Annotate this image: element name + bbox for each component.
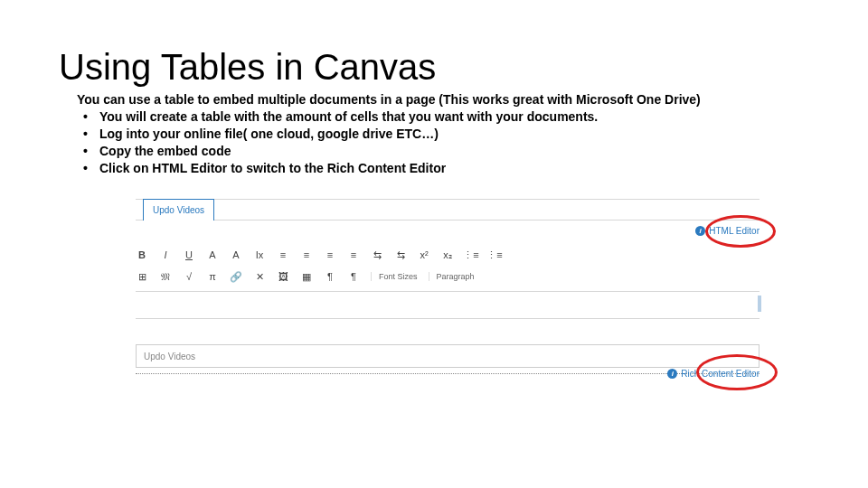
italic-icon[interactable]: I: [159, 249, 172, 261]
description: You can use a table to embed multiple do…: [77, 92, 701, 107]
align-center-icon[interactable]: ≡: [300, 249, 313, 261]
number-list-icon[interactable]: ⋮≡: [488, 249, 501, 261]
tab-updo-videos[interactable]: Updo Videos: [143, 199, 214, 221]
bg-color-icon[interactable]: A: [230, 249, 242, 261]
info-icon: i: [695, 226, 705, 236]
font-size-select[interactable]: Font Sizes: [371, 272, 418, 281]
list-item: You will create a table with the amount …: [80, 108, 598, 126]
embed-icon[interactable]: 𝔐: [159, 270, 172, 283]
toolbar-row-2: ⊞ 𝔐 √ π 🔗 ✕ 🖼 ▦ ¶ ¶ Font Sizes Paragraph: [136, 267, 760, 286]
unlink-icon[interactable]: ✕: [253, 270, 266, 283]
clear-format-icon[interactable]: Ix: [253, 249, 266, 261]
toolbar-row-1: B I U A A Ix ≡ ≡ ≡ ≡ ⇆ ⇆ x² x₂ ⋮≡ ⋮≡: [136, 246, 760, 264]
bold-icon[interactable]: B: [136, 249, 148, 261]
text-color-icon[interactable]: A: [206, 249, 219, 261]
align-left-icon[interactable]: ≡: [277, 249, 289, 261]
image-icon[interactable]: 🖼: [277, 270, 289, 283]
divider: [136, 373, 760, 374]
rtl-icon[interactable]: ¶: [347, 270, 360, 283]
align-justify-icon[interactable]: ≡: [347, 249, 360, 261]
page-title: Using Tables in Canvas: [59, 47, 436, 88]
list-item: Log into your online file( one cloud, go…: [80, 126, 598, 143]
tab-bar: Updo Videos: [136, 199, 760, 221]
title-input[interactable]: Updo Videos: [136, 344, 760, 368]
editor-content-area[interactable]: [136, 292, 760, 319]
underline-icon[interactable]: U: [183, 249, 195, 261]
media-icon[interactable]: ▦: [300, 270, 313, 283]
subscript-icon[interactable]: x₂: [441, 249, 454, 261]
list-item: Click on HTML Editor to switch to the Ri…: [80, 160, 598, 177]
bullet-list-icon[interactable]: ⋮≡: [465, 249, 477, 261]
rich-text-toolbar: B I U A A Ix ≡ ≡ ≡ ≡ ⇆ ⇆ x² x₂ ⋮≡ ⋮≡ ⊞ 𝔐: [136, 242, 760, 292]
slide: Using Tables in Canvas You can use a tab…: [0, 0, 868, 488]
title-input-value: Updo Videos: [144, 352, 195, 361]
info-icon: i: [667, 369, 677, 379]
link-icon[interactable]: 🔗: [230, 270, 242, 283]
paragraph-select[interactable]: Paragraph: [429, 272, 475, 281]
align-right-icon[interactable]: ≡: [324, 249, 336, 261]
resize-handle[interactable]: [758, 296, 761, 312]
outdent-icon[interactable]: ⇆: [371, 249, 383, 261]
annotation-circle-rich-content: [696, 354, 778, 390]
list-item: Copy the embed code: [80, 143, 598, 160]
pi-icon[interactable]: π: [206, 270, 219, 283]
ltr-icon[interactable]: ¶: [324, 270, 336, 283]
table-icon[interactable]: ⊞: [136, 270, 148, 283]
bullet-list: You will create a table with the amount …: [80, 108, 598, 177]
editor-screenshot: Updo Videos i HTML Editor B I U A A Ix ≡…: [136, 199, 760, 374]
indent-icon[interactable]: ⇆: [394, 249, 407, 261]
sqrt-icon[interactable]: √: [183, 270, 195, 283]
superscript-icon[interactable]: x²: [418, 249, 430, 261]
annotation-circle-html-editor: [705, 215, 776, 248]
